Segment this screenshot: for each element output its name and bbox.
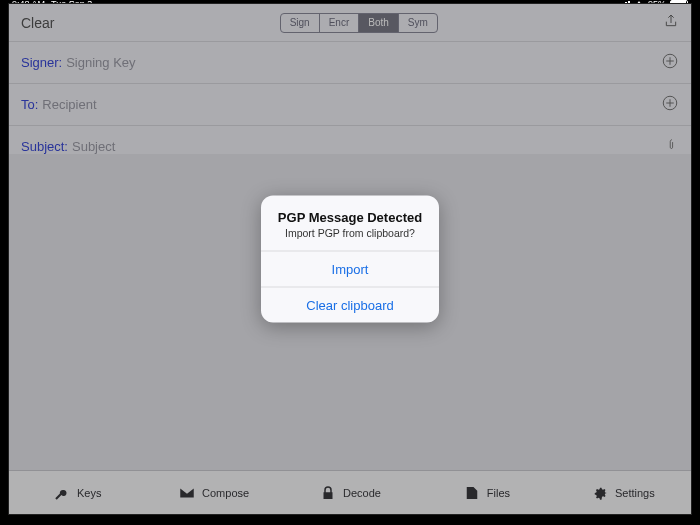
alert-message: Import PGP from clipboard? (273, 227, 427, 239)
pgp-alert: PGP Message Detected Import PGP from cli… (261, 196, 439, 323)
app-window: Clear Sign Encr Both Sym Signer: Signing… (8, 3, 692, 515)
alert-import-button[interactable]: Import (261, 251, 439, 287)
alert-clear-clipboard-button[interactable]: Clear clipboard (261, 287, 439, 323)
alert-title: PGP Message Detected (273, 210, 427, 225)
